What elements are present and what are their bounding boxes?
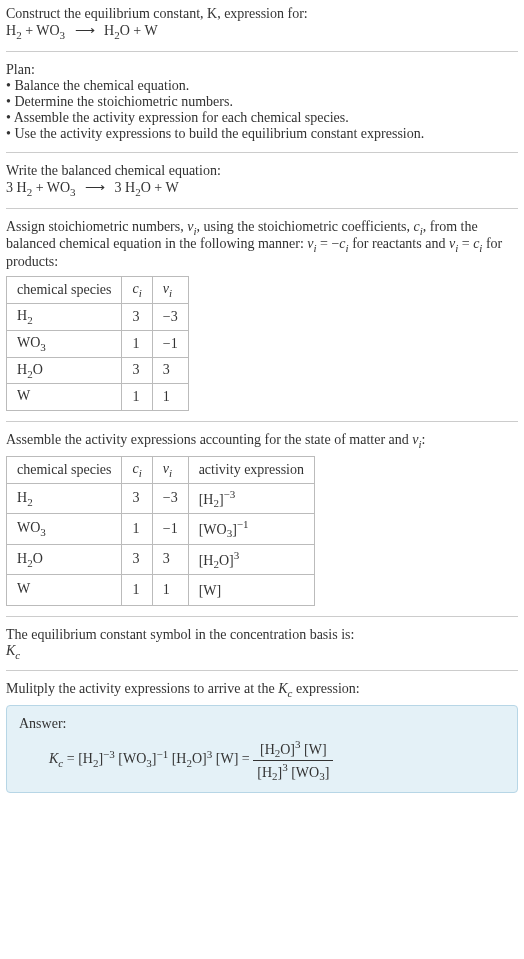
plus: +: [130, 23, 145, 38]
plan-item: • Assemble the activity expression for e…: [6, 110, 518, 126]
cell-nui: 1: [152, 575, 188, 605]
stoich-table: chemical species ci νi H2 3 −3 WO3 1 −1 …: [6, 276, 189, 411]
col-ci: ci: [122, 456, 152, 483]
table-row: H2 3 −3 [H2]−3: [7, 483, 315, 513]
col-species: chemical species: [7, 277, 122, 304]
table-header-row: chemical species ci νi activity expressi…: [7, 456, 315, 483]
plus: +: [151, 180, 166, 195]
plan-item: • Use the activity expressions to build …: [6, 126, 518, 142]
plan-list: • Balance the chemical equation. • Deter…: [6, 78, 518, 142]
table-row: W 1 1: [7, 384, 189, 411]
cell-ci: 1: [122, 514, 152, 544]
cell-ci: 1: [122, 330, 152, 357]
divider: [6, 208, 518, 209]
cell-species: H2: [7, 303, 122, 330]
answer-label: Answer:: [19, 716, 505, 732]
species-h2o: H2O: [104, 23, 130, 38]
plan-section: Plan: • Balance the chemical equation. •…: [6, 62, 518, 142]
final-title: Mulitply the activity expressions to arr…: [6, 681, 518, 699]
kc-expression: Kc = [H2]−3 [WO3]−1 [H2O]3 [W] = [H2O]3 …: [19, 738, 505, 782]
species-w: W: [166, 180, 179, 195]
table-row: WO3 1 −1: [7, 330, 189, 357]
cell-species: H2O: [7, 544, 122, 574]
cell-nui: −3: [152, 483, 188, 513]
cell-activity: [W]: [188, 575, 314, 605]
col-nui: νi: [152, 456, 188, 483]
cell-species: H2: [7, 483, 122, 513]
plus: +: [32, 180, 47, 195]
denominator: [H2]3 [WO3]: [253, 761, 333, 782]
col-ci: ci: [122, 277, 152, 304]
cell-species: WO3: [7, 330, 122, 357]
table-row: W 1 1 [W]: [7, 575, 315, 605]
construct-intro: Construct the equilibrium constant, K, e…: [6, 6, 518, 41]
table-row: WO3 1 −1 [WO3]−1: [7, 514, 315, 544]
cell-nui: −1: [152, 330, 188, 357]
cell-ci: 3: [122, 544, 152, 574]
plan-item: • Determine the stoichiometric numbers.: [6, 94, 518, 110]
cell-ci: 1: [122, 575, 152, 605]
species-w: W: [145, 23, 158, 38]
plan-item: • Balance the chemical equation.: [6, 78, 518, 94]
fraction: [H2O]3 [W][H2]3 [WO3]: [253, 738, 333, 782]
col-species: chemical species: [7, 456, 122, 483]
answer-box: Answer: Kc = [H2]−3 [WO3]−1 [H2O]3 [W] =…: [6, 705, 518, 793]
cell-species: H2O: [7, 357, 122, 384]
stoich-title: Assign stoichiometric numbers, νi, using…: [6, 219, 518, 271]
cell-nui: −3: [152, 303, 188, 330]
activity-section: Assemble the activity expressions accoun…: [6, 432, 518, 605]
cell-species: W: [7, 575, 122, 605]
table-row: H2O 3 3: [7, 357, 189, 384]
numerator: [H2O]3 [W]: [253, 738, 333, 760]
plus: +: [22, 23, 37, 38]
species-wo3: WO3: [36, 23, 65, 38]
cell-activity: [WO3]−1: [188, 514, 314, 544]
kc-symbol-section: The equilibrium constant symbol in the c…: [6, 627, 518, 661]
coeff: 3: [115, 180, 126, 195]
cell-ci: 3: [122, 357, 152, 384]
cell-activity: [H2]−3: [188, 483, 314, 513]
balanced-equation: 3 H2 + WO3 ⟶ 3 H2O + W: [6, 179, 518, 198]
species-h2: H2: [17, 180, 33, 195]
plan-title: Plan:: [6, 62, 518, 78]
arrow-icon: ⟶: [79, 180, 111, 195]
coeff: 3: [6, 180, 17, 195]
arrow-icon: ⟶: [69, 23, 101, 38]
intro-line1: Construct the equilibrium constant, K, e…: [6, 6, 518, 22]
cell-activity: [H2O]3: [188, 544, 314, 574]
divider: [6, 670, 518, 671]
cell-ci: 3: [122, 483, 152, 513]
cell-species: WO3: [7, 514, 122, 544]
cell-nui: 3: [152, 357, 188, 384]
species-h2: H2: [6, 23, 22, 38]
cell-ci: 3: [122, 303, 152, 330]
final-section: Mulitply the activity expressions to arr…: [6, 681, 518, 793]
cell-nui: −1: [152, 514, 188, 544]
species-wo3: WO3: [47, 180, 76, 195]
kc-symbol-title: The equilibrium constant symbol in the c…: [6, 627, 518, 643]
col-nui: νi: [152, 277, 188, 304]
stoich-section: Assign stoichiometric numbers, νi, using…: [6, 219, 518, 412]
balanced-section: Write the balanced chemical equation: 3 …: [6, 163, 518, 198]
divider: [6, 616, 518, 617]
cell-nui: 3: [152, 544, 188, 574]
cell-nui: 1: [152, 384, 188, 411]
cell-species: W: [7, 384, 122, 411]
cell-ci: 1: [122, 384, 152, 411]
table-row: H2 3 −3: [7, 303, 189, 330]
species-h2o: H2O: [125, 180, 151, 195]
balanced-title: Write the balanced chemical equation:: [6, 163, 518, 179]
divider: [6, 421, 518, 422]
divider: [6, 51, 518, 52]
intro-equation: H2 + WO3 ⟶ H2O + W: [6, 22, 518, 41]
divider: [6, 152, 518, 153]
kc-symbol: Kc: [6, 643, 518, 661]
table-row: H2O 3 3 [H2O]3: [7, 544, 315, 574]
table-header-row: chemical species ci νi: [7, 277, 189, 304]
activity-title: Assemble the activity expressions accoun…: [6, 432, 518, 450]
col-activity: activity expression: [188, 456, 314, 483]
activity-table: chemical species ci νi activity expressi…: [6, 456, 315, 606]
